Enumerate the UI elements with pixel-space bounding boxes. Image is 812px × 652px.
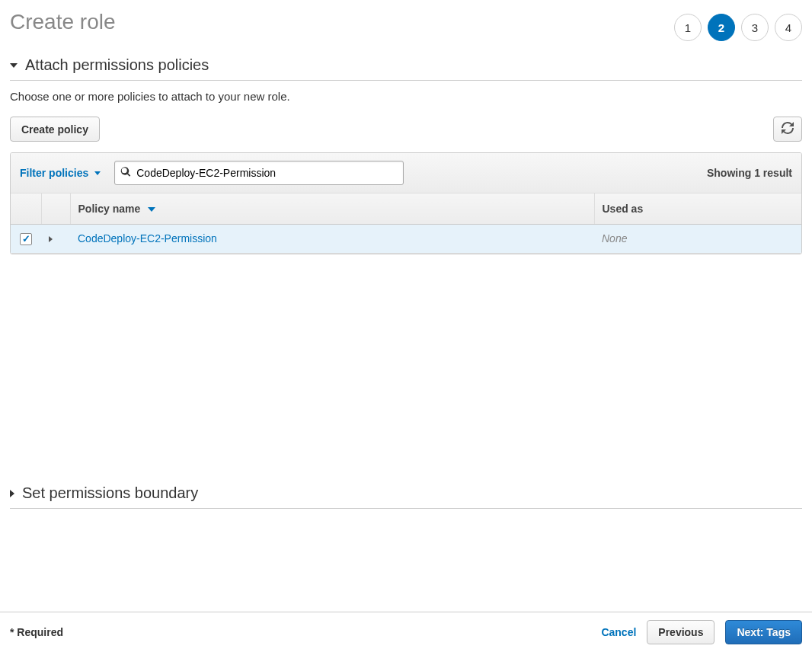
step-2[interactable]: 2 — [708, 14, 735, 41]
column-header-checkbox — [11, 193, 41, 225]
previous-button[interactable]: Previous — [647, 620, 714, 644]
expand-caret-icon[interactable] — [49, 236, 53, 242]
chevron-down-icon — [94, 171, 101, 175]
header-row: Create role 1 2 3 4 — [10, 10, 802, 41]
stepper: 1 2 3 4 — [674, 10, 802, 41]
row-expand-cell — [41, 225, 70, 254]
attach-section-header[interactable]: Attach permissions policies — [10, 56, 802, 81]
search-input[interactable] — [114, 161, 404, 185]
cancel-button[interactable]: Cancel — [601, 626, 636, 638]
row-policy-name-cell: CodeDeploy-EC2-Permission — [70, 225, 594, 254]
policy-table-wrap: Filter policies Showing 1 result Policy … — [10, 152, 802, 254]
row-used-as-cell: None — [594, 225, 801, 254]
step-4[interactable]: 4 — [775, 14, 802, 41]
toolbar: Create policy — [10, 117, 802, 142]
attach-section-title: Attach permissions policies — [25, 56, 209, 74]
required-label: * Required — [10, 626, 63, 638]
caret-right-icon — [10, 490, 14, 497]
column-header-expand — [41, 193, 70, 225]
footer: * Required Cancel Previous Next: Tags — [0, 612, 812, 652]
sort-indicator-icon — [148, 207, 155, 212]
step-1[interactable]: 1 — [674, 14, 702, 41]
caret-down-icon — [10, 63, 18, 68]
search-icon — [120, 167, 131, 180]
refresh-icon — [782, 122, 794, 136]
column-header-used-as[interactable]: Used as — [594, 193, 801, 225]
boundary-section-header[interactable]: Set permissions boundary — [10, 484, 802, 509]
result-count: Showing 1 result — [707, 167, 792, 179]
boundary-section-title: Set permissions boundary — [22, 484, 198, 502]
search-wrap — [114, 161, 404, 185]
refresh-button[interactable] — [773, 117, 802, 142]
page-title: Create role — [10, 10, 116, 34]
policy-name-header-label: Policy name — [78, 203, 141, 215]
step-3[interactable]: 3 — [741, 14, 769, 41]
used-as-value: None — [602, 232, 627, 244]
boundary-section: Set permissions boundary — [10, 484, 802, 518]
filter-bar: Filter policies Showing 1 result — [11, 153, 801, 193]
row-checkbox-cell — [11, 225, 41, 254]
policy-table: Policy name Used as — [11, 193, 801, 254]
table-row[interactable]: CodeDeploy-EC2-Permission None — [11, 225, 801, 254]
policy-name-link[interactable]: CodeDeploy-EC2-Permission — [78, 232, 217, 244]
row-checkbox[interactable] — [20, 233, 32, 245]
create-policy-button[interactable]: Create policy — [10, 117, 100, 142]
column-header-policy-name[interactable]: Policy name — [70, 193, 594, 225]
footer-actions: Cancel Previous Next: Tags — [601, 620, 802, 644]
next-button[interactable]: Next: Tags — [725, 620, 802, 644]
filter-policies-link[interactable]: Filter policies — [20, 167, 101, 179]
attach-section-description: Choose one or more policies to attach to… — [10, 90, 802, 103]
filter-policies-label: Filter policies — [20, 167, 88, 179]
